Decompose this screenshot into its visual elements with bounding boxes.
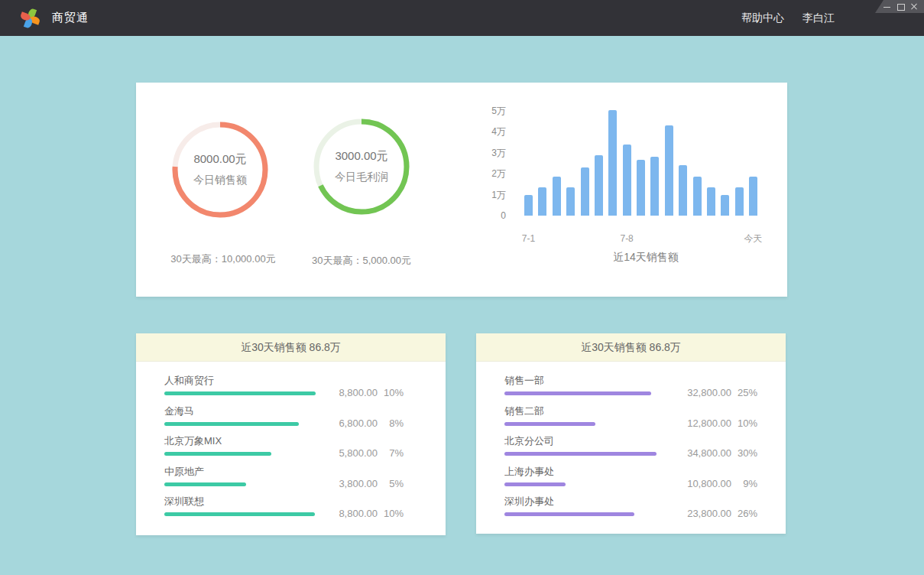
row-values: 6,800.008% xyxy=(323,417,404,429)
row-progress-bar xyxy=(504,422,595,426)
daily-sales-bar xyxy=(749,177,757,216)
row-percent: 10% xyxy=(731,417,757,429)
row-label: 销售一部 xyxy=(504,375,786,387)
row-values: 23,800.0026% xyxy=(676,508,757,519)
daily-sales-bar xyxy=(707,187,715,216)
maximize-icon[interactable] xyxy=(897,3,904,10)
rank-list-row: 上海办事处10,800.009% xyxy=(504,466,786,496)
row-amount: 6,800.00 xyxy=(323,417,378,429)
today-sales-label: 今日销售额 xyxy=(193,174,247,187)
row-label: 中原地产 xyxy=(164,466,446,478)
row-amount: 12,800.00 xyxy=(676,417,731,429)
row-label: 北京分公司 xyxy=(504,435,786,447)
titlebar: 商贸通 帮助中心 李白江 xyxy=(0,0,924,36)
department-sales-card: 近30天销售额 86.8万 销售一部32,800.0025%销售二部12,800… xyxy=(476,333,786,534)
row-label: 上海办事处 xyxy=(504,466,786,478)
titlebar-menu: 帮助中心 李白江 xyxy=(741,11,835,25)
row-values: 3,800.005% xyxy=(323,478,404,489)
row-percent: 26% xyxy=(731,508,757,519)
row-progress-bar xyxy=(164,452,271,456)
row-values: 8,800.0010% xyxy=(323,508,404,519)
x-tick-label: 今天 xyxy=(744,232,763,245)
daily-sales-bar xyxy=(553,177,561,216)
row-percent: 25% xyxy=(731,387,757,398)
row-values: 8,800.0010% xyxy=(323,387,404,398)
row-label: 金海马 xyxy=(164,405,446,417)
x-tick-label: 7-1 xyxy=(522,233,535,244)
row-label: 深圳联想 xyxy=(164,495,446,508)
row-percent: 10% xyxy=(378,387,404,398)
daily-sales-bar xyxy=(665,125,673,216)
row-amount: 10,800.00 xyxy=(676,478,731,489)
daily-sales-bar xyxy=(608,110,617,216)
daily-sales-bar xyxy=(623,145,631,216)
rank-list-row: 金海马6,800.008% xyxy=(164,405,446,436)
row-amount: 8,800.00 xyxy=(323,508,378,519)
row-values: 10,800.009% xyxy=(676,478,757,489)
row-progress-bar xyxy=(164,482,246,486)
rank-list-row: 北京万象MIX5,800.007% xyxy=(164,435,446,466)
y-tick-label: 3万 xyxy=(475,146,506,159)
x-tick-label: 7-8 xyxy=(620,233,633,244)
department-rank-list: 销售一部32,800.0025%销售二部12,800.0010%北京分公司34,… xyxy=(476,362,786,526)
row-label: 销售二部 xyxy=(504,405,786,417)
donut-center-text: 8000.00元 今日销售额 xyxy=(169,119,271,221)
customer-card-title: 近30天销售额 86.8万 xyxy=(136,333,446,362)
today-sales-donut-chart: 8000.00元 今日销售额 xyxy=(169,119,271,221)
daily-sales-bar xyxy=(538,187,546,216)
row-percent: 10% xyxy=(378,508,404,519)
row-amount: 32,800.00 xyxy=(676,387,731,398)
daily-sales-bar xyxy=(566,187,575,216)
today-profit-donut-chart: 3000.00元 今日毛利润 xyxy=(310,115,413,218)
row-progress-bar xyxy=(164,512,315,516)
row-values: 12,800.0010% xyxy=(676,417,757,429)
row-percent: 5% xyxy=(378,478,404,489)
minimize-icon[interactable] xyxy=(883,3,890,10)
row-amount: 8,800.00 xyxy=(323,387,378,398)
y-tick-label: 2万 xyxy=(475,167,506,180)
row-values: 32,800.0025% xyxy=(676,387,757,398)
row-percent: 9% xyxy=(731,478,757,489)
bar-chart-title: 近14天销售额 xyxy=(546,251,745,265)
daily-sales-bar xyxy=(595,155,603,216)
row-percent: 8% xyxy=(378,417,404,429)
today-profit-label: 今日毛利润 xyxy=(335,171,388,184)
user-name-menu[interactable]: 李白江 xyxy=(802,11,835,25)
row-progress-bar xyxy=(504,452,657,456)
sales-14day-bar-chart xyxy=(524,109,757,216)
row-percent: 30% xyxy=(731,447,757,459)
row-progress-bar xyxy=(504,482,566,486)
row-progress-bar xyxy=(164,422,299,426)
y-tick-label: 1万 xyxy=(475,188,506,201)
app-logo-icon xyxy=(21,8,41,28)
rank-list-row: 销售二部12,800.0010% xyxy=(504,405,786,436)
profit-30day-max: 30天最高：5,000.00元 xyxy=(274,254,449,268)
customer-rank-list: 人和商贸行8,800.0010%金海马6,800.008%北京万象MIX5,80… xyxy=(136,362,446,526)
row-label: 北京万象MIX xyxy=(164,435,446,447)
app-title: 商贸通 xyxy=(52,11,89,25)
rank-list-row: 深圳联想8,800.0010% xyxy=(164,495,446,526)
customer-sales-card: 近30天销售额 86.8万 人和商贸行8,800.0010%金海马6,800.0… xyxy=(136,333,446,535)
rank-list-row: 销售一部32,800.0025% xyxy=(504,375,786,405)
close-icon[interactable] xyxy=(911,3,918,10)
daily-sales-bar xyxy=(650,157,659,216)
row-amount: 5,800.00 xyxy=(323,447,378,459)
row-amount: 3,800.00 xyxy=(323,478,378,489)
daily-sales-bar xyxy=(735,187,744,216)
row-progress-bar xyxy=(164,391,316,395)
row-label: 深圳办事处 xyxy=(504,495,786,508)
help-center-link[interactable]: 帮助中心 xyxy=(741,11,784,25)
today-stats-card: 8000.00元 今日销售额 30天最高：10,000.00元 3000.00元… xyxy=(136,83,787,297)
row-values: 34,800.0030% xyxy=(676,447,757,459)
y-tick-label: 0 xyxy=(475,210,506,221)
bar-chart-x-axis: 7-17-8今天 xyxy=(524,233,757,244)
row-label: 人和商贸行 xyxy=(164,375,446,387)
daily-sales-bar xyxy=(693,177,702,216)
window-controls xyxy=(875,0,924,13)
row-progress-bar xyxy=(504,391,651,395)
row-amount: 34,800.00 xyxy=(676,447,731,459)
row-progress-bar xyxy=(504,512,634,516)
daily-sales-bar xyxy=(679,165,687,216)
donut-center-text: 3000.00元 今日毛利润 xyxy=(310,115,413,218)
row-amount: 23,800.00 xyxy=(676,508,731,519)
